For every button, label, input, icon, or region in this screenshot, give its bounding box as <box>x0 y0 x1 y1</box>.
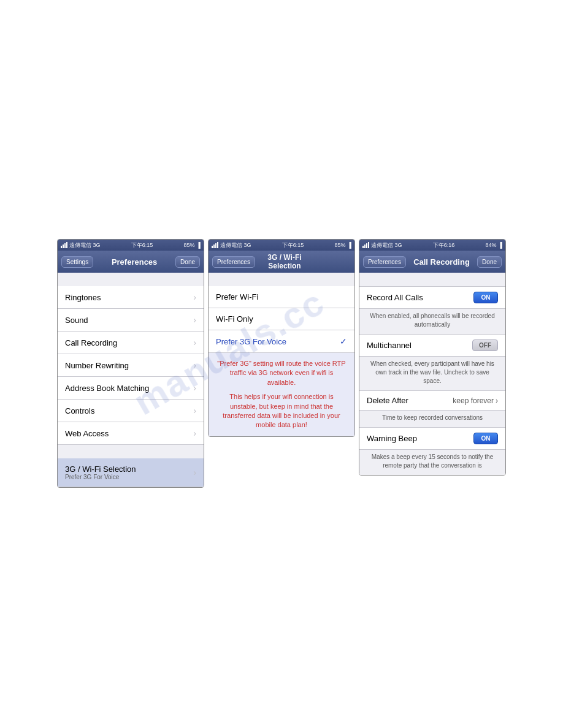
wifi-item-wifionly[interactable]: Wi-Fi Only <box>209 308 354 330</box>
nav-title-1: Preferences <box>93 257 175 267</box>
menu-label-numberrewriting: Number Rewriting <box>65 361 129 370</box>
menu-item-3gwifi[interactable]: 3G / Wi-Fi Selection Prefer 3G For Voice… <box>58 458 204 487</box>
record-all-desc: When enabled, all phonecalls will be rec… <box>359 309 505 334</box>
info-box-2: "Prefer 3G" setting will route the voice… <box>209 353 354 436</box>
menu-item-ringtones[interactable]: Ringtones › <box>58 286 204 309</box>
chevron-sound: › <box>193 315 196 325</box>
record-all-label: Record All Calls <box>367 293 423 302</box>
menu-list-1: Ringtones › Sound › Call Recording › Num… <box>58 273 204 487</box>
warning-beep-row[interactable]: Warning Beep ON <box>359 427 505 450</box>
status-left-1: 遠傳電信 3G <box>61 241 101 249</box>
menu-item-callrecording[interactable]: Call Recording › <box>58 332 204 354</box>
carrier-3: 遠傳電信 3G <box>371 241 402 249</box>
phone-2: 遠傳電信 3G 下午6:15 85% ▐ Preferences 3G / Wi… <box>208 239 355 437</box>
chevron-ringtones: › <box>193 292 196 302</box>
chevron-numberrewriting: › <box>193 360 196 370</box>
delete-after-value: keep forever › <box>453 396 498 405</box>
status-left-3: 遠傳電信 3G <box>362 241 402 249</box>
battery-2: 85% <box>335 242 346 248</box>
back-btn-2[interactable]: Preferences <box>212 256 255 268</box>
warning-beep-desc: Makes a beep every 15 seconds to notify … <box>359 450 505 475</box>
battery-3: 84% <box>486 242 497 248</box>
call-recording-section: Record All Calls ON When enabled, all ph… <box>359 273 505 475</box>
chevron-controls: › <box>193 406 196 415</box>
chevron-webaccess: › <box>193 428 196 438</box>
record-all-toggle[interactable]: ON <box>473 292 498 303</box>
info-text-1: "Prefer 3G" setting will route the voice… <box>217 359 346 387</box>
delete-after-label: Delete After <box>367 396 408 405</box>
chevron-callrecording: › <box>193 338 196 347</box>
navbar-2: Preferences 3G / Wi-Fi Selection <box>209 251 354 273</box>
wifi-label-prefer3g: Prefer 3G For Voice <box>216 337 286 346</box>
carrier-2: 遠傳電信 3G <box>220 241 251 249</box>
delete-after-row[interactable]: Delete After keep forever › <box>359 390 505 411</box>
multichannel-label: Multichannel <box>367 341 412 350</box>
time-1: 下午6:15 <box>131 241 153 249</box>
menu-subtext-3gwifi: Prefer 3G For Voice <box>65 474 136 480</box>
wifi-label-wifionly: Wi-Fi Only <box>216 314 253 324</box>
navbar-3: Preferences Call Recording Done <box>359 251 505 273</box>
phone-3: 遠傳電信 3G 下午6:16 84% ▐ Preferences Call Re… <box>359 239 506 476</box>
status-bar-3: 遠傳電信 3G 下午6:16 84% ▐ <box>359 240 505 251</box>
done-btn-3[interactable]: Done <box>477 256 502 268</box>
status-right-3: 84% ▐ <box>486 242 502 248</box>
menu-label-sound: Sound <box>65 316 88 325</box>
record-all-row[interactable]: Record All Calls ON <box>359 286 505 309</box>
multichannel-desc: When checked, every participant will hav… <box>359 357 505 390</box>
menu-label-ringtones: Ringtones <box>65 293 101 302</box>
done-btn-1[interactable]: Done <box>175 256 200 268</box>
status-left-2: 遠傳電信 3G <box>212 241 251 249</box>
battery-icon-1: ▐ <box>197 242 201 248</box>
multichannel-row[interactable]: Multichannel OFF <box>359 334 505 357</box>
signal-bars-3 <box>362 242 369 248</box>
menu-item-numberrewriting[interactable]: Number Rewriting › <box>58 354 204 377</box>
carrier-1: 遠傳電信 3G <box>69 241 101 249</box>
navbar-1: Settings Preferences Done <box>58 251 204 273</box>
menu-label-addressbook: Address Book Matching <box>65 384 149 393</box>
wifi-item-prefer3g[interactable]: Prefer 3G For Voice ✓ <box>209 330 354 353</box>
status-right-2: 85% ▐ <box>335 242 351 248</box>
menu-label-3gwifi: 3G / Wi-Fi Selection <box>65 464 136 474</box>
back-btn-1[interactable]: Settings <box>61 256 93 268</box>
menu-item-webaccess[interactable]: Web Access › <box>58 422 204 445</box>
info-text-2: This helps if your wifi connection is un… <box>217 392 346 430</box>
time-2: 下午6:15 <box>282 241 304 249</box>
wifi-item-preferwifi[interactable]: Prefer Wi-Fi <box>209 286 354 308</box>
back-btn-3[interactable]: Preferences <box>363 256 406 268</box>
nav-title-3: Call Recording <box>406 257 477 267</box>
wifi-check-prefer3g: ✓ <box>340 336 347 346</box>
menu-label-callrecording: Call Recording <box>65 338 117 347</box>
wifi-list: Prefer Wi-Fi Wi-Fi Only Prefer 3G For Vo… <box>209 273 354 436</box>
signal-bars-2 <box>212 242 218 248</box>
phone-1: 遠傳電信 3G 下午6:15 85% ▐ Settings Preference… <box>57 239 204 488</box>
status-bar-1: 遠傳電信 3G 下午6:15 85% ▐ <box>58 240 204 251</box>
battery-icon-2: ▐ <box>348 242 351 248</box>
nav-title-2: 3G / Wi-Fi Selection <box>255 253 314 270</box>
menu-item-sound[interactable]: Sound › <box>58 309 204 332</box>
signal-bars-1 <box>61 242 67 248</box>
battery-icon-3: ▐ <box>499 242 502 248</box>
delete-after-desc: Time to keep recorded conversations <box>359 411 505 427</box>
time-3: 下午6:16 <box>433 241 455 249</box>
chevron-delete: › <box>496 396 498 405</box>
menu-item-controls[interactable]: Controls › <box>58 400 204 422</box>
multichannel-toggle[interactable]: OFF <box>472 339 498 351</box>
wifi-label-preferwifi: Prefer Wi-Fi <box>216 292 258 301</box>
chevron-addressbook: › <box>193 383 196 393</box>
warning-beep-toggle[interactable]: ON <box>473 433 498 444</box>
menu-item-addressbook[interactable]: Address Book Matching › <box>58 377 204 400</box>
menu-label-webaccess: Web Access <box>65 429 109 438</box>
menu-label-controls: Controls <box>65 406 94 415</box>
battery-1: 85% <box>184 242 195 248</box>
chevron-3gwifi: › <box>193 468 196 477</box>
warning-beep-label: Warning Beep <box>367 434 417 443</box>
status-bar-2: 遠傳電信 3G 下午6:15 85% ▐ <box>209 240 354 251</box>
status-right-1: 85% ▐ <box>184 242 201 248</box>
